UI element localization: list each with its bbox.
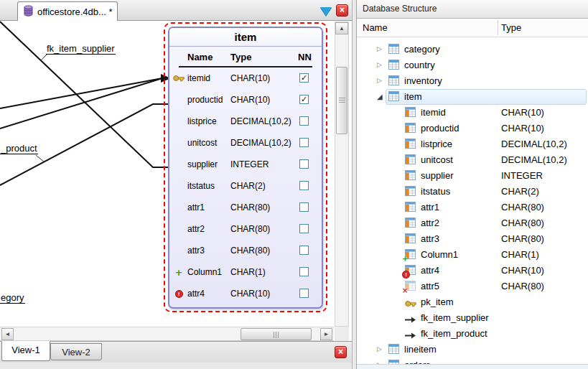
tree-item-label: itemid <box>421 105 446 120</box>
tree-row-fk_item_product[interactable]: fk_item_product <box>357 326 588 342</box>
column-header-divider[interactable] <box>498 20 498 35</box>
database-structure-panel: Database Structure Name Type ▷category▷c… <box>357 0 588 369</box>
scroll-left-button[interactable]: ◄ <box>1 328 14 340</box>
close-view-button[interactable]: × <box>335 346 347 358</box>
expand-icon[interactable]: ▷ <box>377 73 382 88</box>
view-tab-bar: View-1 View-2 × <box>0 341 352 363</box>
entity-table-item[interactable]: item Name Type NN itemidCHAR(10)✓product… <box>168 27 323 309</box>
entity-row-listprice[interactable]: listpriceDECIMAL(10,2) <box>169 111 322 132</box>
tree-row-attr5[interactable]: ×attr5CHAR(80) <box>357 279 588 294</box>
tree-item-label: listprice <box>421 136 452 151</box>
column-header-name[interactable]: Name <box>363 19 388 37</box>
tree-row-orders[interactable]: ▷orders <box>357 358 588 364</box>
tab-view-1[interactable]: View-1 <box>1 341 50 361</box>
tree-item-label: country <box>404 57 435 73</box>
tree-row-listprice[interactable]: listpriceDECIMAL(10,2) <box>357 136 588 152</box>
tree-row-attr3[interactable]: attr3CHAR(80) <box>357 231 588 247</box>
entity-column-type: DECIMAL(10,2) <box>230 111 291 132</box>
entity-header-type: Type <box>230 47 251 67</box>
expand-icon[interactable]: ▷ <box>377 42 382 57</box>
tab-list-dropdown-icon[interactable] <box>320 7 332 16</box>
canvas-horizontal-scrollbar[interactable]: ◄ ► <box>0 327 334 341</box>
expand-icon[interactable]: ▷ <box>377 358 382 364</box>
tree-row-category[interactable]: ▷category <box>357 42 588 57</box>
entity-row-attr3[interactable]: attr3CHAR(80) <box>169 240 322 261</box>
entity-header-name: Name <box>187 47 213 67</box>
entity-row-attr4[interactable]: !attr4CHAR(10) <box>169 283 322 304</box>
entity-column-name: itstatus <box>187 175 215 197</box>
nn-checkbox[interactable] <box>299 246 309 255</box>
close-document-button[interactable]: × <box>336 4 348 17</box>
vertical-scroll-thumb[interactable] <box>336 67 347 134</box>
tree-row-fk_item_supplier[interactable]: fk_item_supplier <box>357 310 588 326</box>
tree-row-unitcost[interactable]: unitcostDECIMAL(10,2) <box>357 152 588 168</box>
entity-column-type: CHAR(80) <box>230 197 270 218</box>
nn-checkbox[interactable]: ✓ <box>299 95 309 104</box>
entity-column-type: DECIMAL(10,2) <box>230 132 291 154</box>
tree-item-type: CHAR(10) <box>501 263 544 278</box>
relationship-label-fk-item-supplier[interactable]: fk_item_supplier <box>46 43 116 55</box>
nn-checkbox[interactable] <box>299 224 309 233</box>
tree-item-label: fk_item_product <box>421 326 487 341</box>
document-tab[interactable]: officestore.4db... * <box>17 1 118 22</box>
tree-item-label: pk_item <box>421 294 454 309</box>
tab-view-2[interactable]: View-2 <box>50 343 102 360</box>
tree-row-itstatus[interactable]: itstatusCHAR(2) <box>357 184 588 200</box>
relationship-label-category[interactable]: egory <box>0 292 25 304</box>
no-icon <box>172 132 186 154</box>
tree-row-lineitem[interactable]: ▷lineitem <box>357 342 588 358</box>
entity-row-attr2[interactable]: attr2CHAR(80) <box>169 218 322 240</box>
relationship-label-fk-item-product[interactable]: _product <box>0 143 38 154</box>
entity-column-type: CHAR(1) <box>230 261 266 283</box>
tree-row-supplier[interactable]: supplierINTEGER <box>357 168 588 184</box>
tree-item-type: CHAR(2) <box>501 184 539 199</box>
panel-splitter[interactable] <box>352 0 357 369</box>
column-header-type[interactable]: Type <box>501 19 521 37</box>
entity-row-unitcost[interactable]: unitcostDECIMAL(10,2) <box>169 132 322 154</box>
entity-title[interactable]: item <box>169 28 322 47</box>
entity-column-name: attr3 <box>187 240 205 261</box>
tree-row-itemid[interactable]: itemidCHAR(10) <box>357 105 588 121</box>
nn-checkbox[interactable] <box>299 138 309 147</box>
scroll-up-button[interactable]: ▲ <box>335 22 348 34</box>
tree-row-inventory[interactable]: ▷inventory <box>357 73 588 89</box>
entity-column-type: INTEGER <box>230 154 269 175</box>
scroll-right-button[interactable]: ► <box>320 328 332 340</box>
entity-row-itemid[interactable]: itemidCHAR(10)✓ <box>169 67 322 89</box>
nn-checkbox[interactable] <box>299 116 309 126</box>
tree-row-Column1[interactable]: +Column1CHAR(1) <box>357 247 588 263</box>
entity-row-productid[interactable]: productidCHAR(10)✓ <box>169 89 322 111</box>
collapse-icon[interactable]: ◢ <box>377 89 383 104</box>
tree-row-productid[interactable]: productidCHAR(10) <box>357 121 588 136</box>
entity-column-name: attr4 <box>187 283 205 304</box>
tree-row-attr1[interactable]: attr1CHAR(80) <box>357 200 588 215</box>
nn-checkbox[interactable]: ✓ <box>299 73 309 83</box>
expand-icon[interactable]: ▷ <box>377 57 382 73</box>
tree-row-item[interactable]: ◢item <box>357 89 588 105</box>
nn-checkbox[interactable] <box>299 181 309 190</box>
tree-row-country[interactable]: ▷country <box>357 57 588 73</box>
nn-checkbox[interactable] <box>299 267 309 276</box>
nn-checkbox[interactable] <box>299 202 309 212</box>
table-icon <box>388 60 400 71</box>
entity-row-attr1[interactable]: attr1CHAR(80) <box>169 197 322 218</box>
canvas-vertical-scrollbar[interactable]: ▲ <box>335 22 349 327</box>
diagram-canvas[interactable]: fk_item_supplier _product egory item Nam… <box>0 21 352 327</box>
tree-row-attr4[interactable]: !attr4CHAR(10) <box>357 263 588 279</box>
entity-column-type: CHAR(10) <box>230 67 270 89</box>
tree-item-label: fk_item_supplier <box>421 310 489 325</box>
entity-row-itstatus[interactable]: itstatusCHAR(2) <box>169 175 322 197</box>
table-icon <box>388 344 400 355</box>
nn-checkbox[interactable] <box>299 159 309 169</box>
tree-item-type: CHAR(10) <box>501 121 544 136</box>
tree-row-pk_item[interactable]: pk_item <box>357 294 588 310</box>
tree-item-label: category <box>404 42 440 57</box>
nn-checkbox[interactable] <box>299 289 309 298</box>
horizontal-scroll-thumb[interactable] <box>241 328 312 340</box>
entity-row-Column1[interactable]: +Column1CHAR(1) <box>169 261 322 283</box>
expand-icon[interactable]: ▷ <box>377 342 382 357</box>
entity-row-supplier[interactable]: supplierINTEGER <box>169 154 322 175</box>
primary-key-icon <box>405 299 416 310</box>
tree-row-attr2[interactable]: attr2CHAR(80) <box>357 215 588 231</box>
foreign-key-icon <box>405 330 416 342</box>
